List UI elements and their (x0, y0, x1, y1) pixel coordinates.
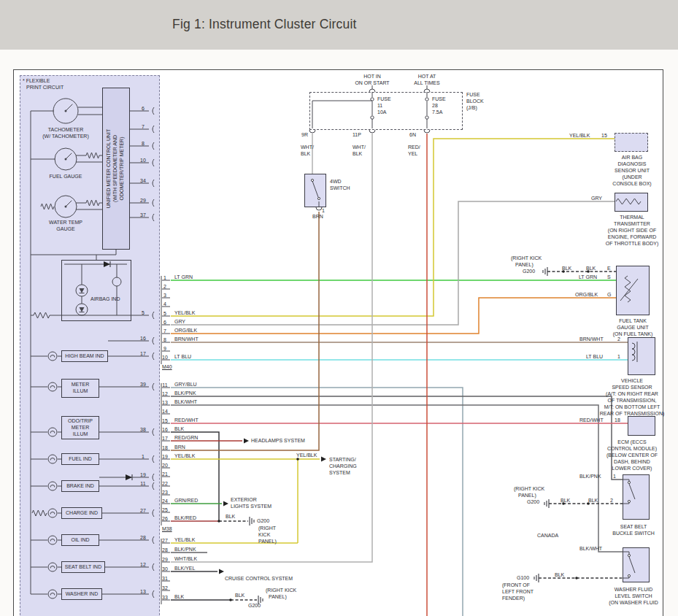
label-blk: BLK (353, 151, 362, 157)
label-panel: PANEL) (518, 493, 536, 498)
seat-belt-ind-bulb-icon (50, 566, 55, 569)
harness-pin-6: 6 (163, 320, 166, 326)
label-sensor-unit: SENSOR UNIT (615, 168, 650, 174)
label-brn-wht: BRN/WHT (579, 336, 604, 342)
yel-blk-airbag-wire (171, 139, 615, 316)
label-lights-system: LIGHTS SYSTEM (231, 504, 271, 509)
label-switch: SWITCH (330, 185, 350, 191)
cluster-pin-bracket-icon (153, 312, 154, 319)
airbag-led-icon (80, 288, 85, 293)
label-org-blk: ORG/BLK (575, 292, 598, 298)
label-blk: BLK (226, 514, 235, 520)
label-wht: WHT/ (301, 145, 314, 150)
label-tachometer: TACHOMETER (48, 127, 83, 133)
harness-pin-15: 15 (162, 418, 168, 424)
junction-dot (217, 520, 220, 523)
cluster-pin-39: 39 (140, 382, 146, 388)
exterior-lights-arrow-icon (223, 501, 228, 507)
label-1: 1 (617, 354, 620, 360)
label-hot-at: HOT AT (418, 74, 436, 80)
label-diagnosis: DIAGNOSIS (618, 161, 647, 167)
fuse-9r-feed (312, 101, 372, 128)
label-fuse: FUSE (466, 92, 480, 98)
label-kick: KICK (258, 532, 270, 538)
odo-illum-bulb-icon (50, 431, 55, 434)
harness-pin-8: 8 (163, 337, 166, 343)
wire-label-27-yel-blk: YEL/BLK (174, 537, 195, 543)
label-gauge-unit: GAUGE UNIT (617, 325, 649, 331)
wire-label-15-red-wht: RED/WHT (174, 417, 199, 423)
label-left-front: LEFT FRONT (502, 589, 533, 595)
label-g200: G200 (248, 603, 261, 609)
wire-label-28-blk-pnk: BLK/PNK (174, 547, 196, 553)
wire-label-33-blk: BLK (174, 594, 184, 600)
label-of-transmission: OF TRANSMISSION, (608, 398, 657, 404)
cluster-pin-7: 7 (142, 124, 145, 130)
label-seat-belt: SEAT BELT (620, 524, 647, 530)
label-right-kick: (RIGHT KICK (266, 588, 296, 593)
label-fuel-tank: FUEL TANK (619, 318, 647, 324)
wire-label-29-wht-blk: WHT/BLK (174, 556, 197, 562)
fuel-ind-bulb-icon (48, 455, 57, 463)
harness-pin-31: 31 (162, 576, 168, 582)
label-g100: G100 (517, 575, 529, 581)
wht-blk-29-wire (171, 134, 372, 562)
label-buckle-switch: BUCKLE SWITCH (612, 531, 655, 536)
label-fuel-gauge: FUEL GAUGE (50, 174, 82, 180)
washer-ind-bulb-icon (50, 593, 55, 596)
label-exterior: EXTERIOR (231, 497, 257, 503)
harness-pin-14: 14 (162, 409, 168, 415)
cluster-pin-bracket-icon (153, 428, 154, 436)
wire-label-17-red-grn: RED/GRN (174, 435, 198, 441)
label-blk: BLK (588, 498, 598, 504)
cluster-pin-8: 8 (142, 141, 145, 147)
speed-sensor-coil-icon (632, 343, 635, 361)
label-below-center-of: (BELOW CENTER OF (606, 453, 658, 458)
label-lt-grn: LT GRN (579, 274, 597, 280)
wire-label-30-blk-yel: BLK/YEL (174, 566, 195, 571)
harness-pin-26: 26 (162, 516, 168, 522)
label-1: 1 (613, 474, 616, 480)
label-red-wht: RED/WHT (579, 417, 604, 423)
switch-contact-icon (628, 554, 630, 556)
connector-m40-label: M40 (162, 364, 172, 370)
label-odometer-trip-meter: ODOMETER/TRIP METER) (119, 137, 125, 201)
harness-pin-7: 7 (163, 328, 166, 334)
cluster-pin-bracket-icon (153, 159, 154, 166)
label-brn: BRN (312, 214, 323, 220)
label-meter: METER (72, 425, 90, 431)
wire-label-16-blk: BLK (174, 426, 184, 432)
label-gauge: GAUGE (56, 226, 74, 232)
label-canada: CANADA (537, 533, 558, 539)
meter-illum-bulb-icon (48, 382, 57, 391)
label-control-module: CONTROL MODULE) (607, 446, 657, 452)
cluster-pin-12: 12 (140, 562, 146, 568)
gry-blu-wire (171, 388, 463, 616)
resistor-icon (32, 510, 47, 516)
label-w-tachometer: (W/ TACHOMETER) (42, 134, 89, 139)
resistor-icon (86, 153, 99, 158)
label-odo-trip: ODO/TRIP (68, 418, 93, 424)
cluster-pin-5: 5 (142, 310, 145, 316)
label-11: 11 (377, 103, 382, 109)
wiring-svg (0, 0, 678, 616)
label-with-speedometer-and: (WITH SPEEDOMETER AND (112, 135, 118, 202)
harness-pin-4: 4 (163, 301, 166, 307)
cluster-pin-13: 13 (140, 589, 146, 595)
harness-pin-1: 1 (163, 275, 166, 281)
label-washer-ind: WASHER IND (66, 591, 98, 597)
starting-arrow-icon (321, 457, 326, 462)
wire-label-18-brn: BRN (174, 444, 185, 450)
label-28: 28 (432, 103, 438, 109)
water-temp-gauge-icon (65, 206, 67, 208)
brake-ind-bulb-icon (50, 485, 55, 488)
label-air-bag: AIR BAG (622, 155, 642, 161)
label-on-or-start: ON OR START (355, 80, 389, 86)
label-fuse: FUSE (432, 96, 446, 102)
thermistor-icon (616, 199, 641, 204)
label-charging: CHARGING (329, 463, 357, 469)
label-brake-ind: BRAKE IND (66, 483, 94, 489)
switch-contact-icon (317, 197, 320, 199)
harness-pin-2: 2 (163, 284, 166, 290)
tachometer-gauge-icon (66, 104, 72, 111)
